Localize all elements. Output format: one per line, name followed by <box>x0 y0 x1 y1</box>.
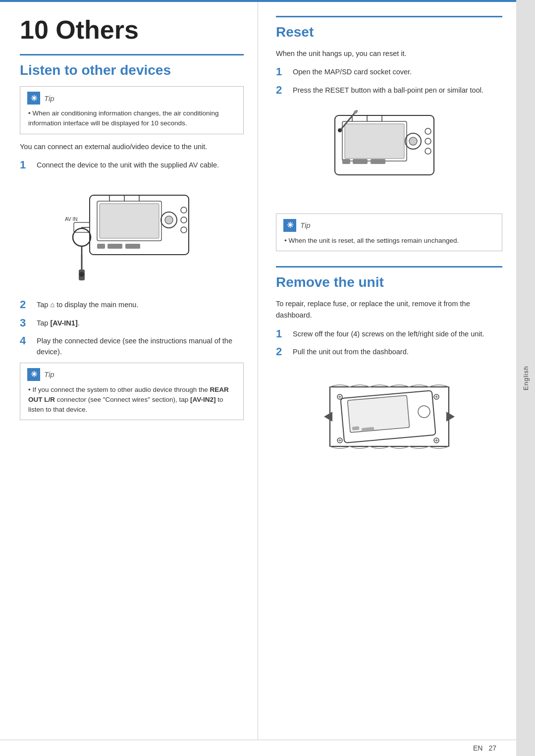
listen-section-title: Listen to other devices <box>20 62 244 78</box>
svg-rect-29 <box>342 159 350 164</box>
svg-rect-57 <box>352 427 359 431</box>
svg-rect-30 <box>353 159 368 164</box>
reset-divider <box>276 16 502 17</box>
svg-point-56 <box>417 405 430 418</box>
remove-svg <box>315 367 464 476</box>
svg-rect-25 <box>345 124 404 159</box>
step-number-4: 4 <box>20 334 32 347</box>
svg-rect-8 <box>125 244 140 249</box>
remove-body-text: To repair, replace fuse, or replace the … <box>276 298 502 321</box>
step-text-1: Connect the device to the unit with the … <box>37 159 219 171</box>
svg-marker-55 <box>446 412 455 422</box>
tip-header-1: ✳ Tip <box>27 92 236 105</box>
sidebar-english: English <box>516 0 535 756</box>
page-container: 10 Others Listen to other devices ✳ Tip … <box>0 0 535 756</box>
svg-point-12 <box>181 217 187 223</box>
svg-rect-7 <box>107 244 122 249</box>
svg-rect-2 <box>100 204 159 238</box>
reset-step-text-1: Open the MAP/SD card socket cover. <box>293 65 412 78</box>
svg-rect-31 <box>371 159 385 164</box>
step-text-4: Play the connected device (see the instr… <box>37 334 244 358</box>
remove-step-1: 1 Screw off the four (4) screws on the l… <box>276 327 502 340</box>
svg-point-33 <box>409 137 417 145</box>
footer-text: EN 27 <box>473 744 496 752</box>
step-4: 4 Play the connected device (see the ins… <box>20 334 244 358</box>
remove-step-text-2: Pull the unit out from the dashboard. <box>293 345 409 358</box>
step-text-3: Tap [AV-IN1]. <box>37 317 80 329</box>
tip-box-1: ✳ Tip When air conditioning information … <box>20 86 244 134</box>
svg-point-13 <box>181 227 187 233</box>
reset-tip-header: ✳ Tip <box>283 219 495 232</box>
svg-text:AV IN: AV IN <box>65 216 77 222</box>
remove-divider <box>276 266 502 268</box>
columns: 10 Others Listen to other devices ✳ Tip … <box>0 2 516 740</box>
av-in-svg: AV IN <box>60 180 204 289</box>
tip-text-2: If you connect the system to other audio… <box>27 385 236 415</box>
svg-rect-6 <box>97 244 105 249</box>
svg-point-11 <box>181 207 187 213</box>
reset-illustration <box>276 106 502 205</box>
tip-label-1: Tip <box>44 94 54 103</box>
reset-body-text: When the unit hangs up, you can reset it… <box>276 48 502 59</box>
reset-step-number-2: 2 <box>276 84 288 97</box>
reset-svg <box>325 106 454 205</box>
svg-point-35 <box>425 138 431 144</box>
remove-step-number-2: 2 <box>276 345 288 358</box>
remove-step-number-1: 1 <box>276 327 288 340</box>
left-column: 10 Others Listen to other devices ✳ Tip … <box>0 2 258 740</box>
remove-section-spacer: Remove the unit To repair, replace fuse,… <box>276 266 502 476</box>
reset-tip-label: Tip <box>300 221 311 229</box>
svg-point-20 <box>79 272 84 277</box>
footer: EN 27 <box>0 740 516 756</box>
section-divider <box>20 54 244 55</box>
reset-tip-box: ✳ Tip When the unit is reset, all the se… <box>276 214 502 251</box>
main-content: 10 Others Listen to other devices ✳ Tip … <box>0 0 516 756</box>
svg-point-37 <box>338 128 342 132</box>
reset-step-number-1: 1 <box>276 65 288 78</box>
reset-section-title: Reset <box>276 24 502 40</box>
step-number-2: 2 <box>20 298 32 311</box>
step-1: 1 Connect the device to the unit with th… <box>20 159 244 171</box>
remove-step-text-1: Screw off the four (4) screws on the lef… <box>293 327 484 340</box>
body-text-left: You can connect an external audio/video … <box>20 141 244 153</box>
step-text-2: Tap ⌂ to display the main menu. <box>37 298 138 311</box>
av-in-illustration: AV IN <box>20 180 244 289</box>
tip-box-2: ✳ Tip If you connect the system to other… <box>20 363 244 421</box>
svg-point-36 <box>425 148 431 154</box>
svg-marker-54 <box>324 412 332 422</box>
chapter-title: 10 Others <box>20 16 244 44</box>
reset-tip-icon: ✳ <box>283 219 296 232</box>
footer-lang: EN <box>473 744 482 752</box>
tip-label-2: Tip <box>44 370 54 378</box>
reset-tip-text: When the unit is reset, all the settings… <box>283 236 495 246</box>
tip-header-2: ✳ Tip <box>27 368 236 381</box>
svg-point-15 <box>73 228 91 246</box>
step-2: 2 Tap ⌂ to display the main menu. <box>20 298 244 311</box>
remove-section-title: Remove the unit <box>276 274 502 290</box>
tip-icon-2: ✳ <box>27 368 40 381</box>
svg-point-34 <box>425 128 431 134</box>
tip-text-1: When air conditioning information change… <box>27 108 236 129</box>
reset-step-2: 2 Press the RESET button with a ball-poi… <box>276 84 502 97</box>
reset-step-text-2: Press the RESET button with a ball-point… <box>293 84 483 96</box>
remove-step-2: 2 Pull the unit out from the dashboard. <box>276 345 502 358</box>
step-number-1: 1 <box>20 159 32 171</box>
svg-point-10 <box>165 216 173 224</box>
remove-illustration <box>276 367 502 476</box>
tip-icon-1: ✳ <box>27 92 40 105</box>
step-3: 3 Tap [AV-IN1]. <box>20 317 244 329</box>
reset-step-1: 1 Open the MAP/SD card socket cover. <box>276 65 502 78</box>
step-number-3: 3 <box>20 317 32 329</box>
footer-page: 27 <box>488 744 496 752</box>
right-column: Reset When the unit hangs up, you can re… <box>258 2 516 740</box>
